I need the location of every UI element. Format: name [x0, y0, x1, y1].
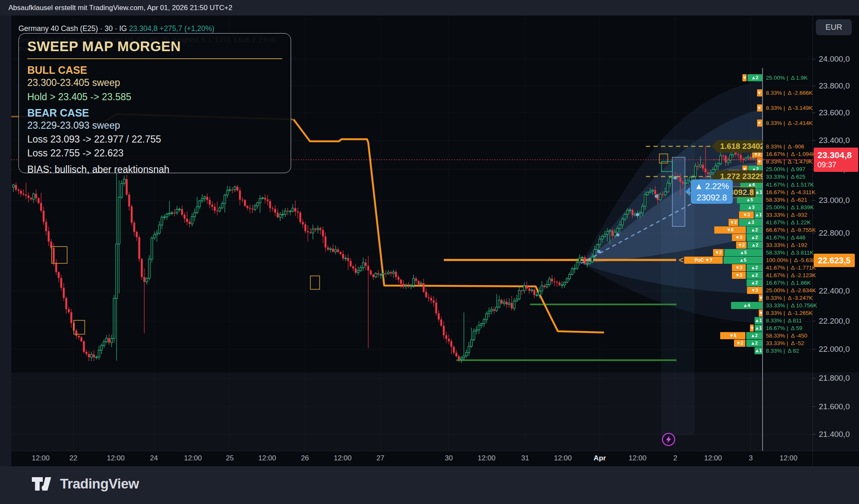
profile-row-poc: PoC ▼7▲5 100.00% | Δ -5.638K	[0, 257, 859, 264]
forecast-pct: ▲ 2.22%	[691, 181, 733, 192]
time-axis-label: 31	[521, 454, 529, 462]
bull-case-header: BULL CASE	[27, 64, 282, 76]
countdown-timer: 09:37	[817, 161, 858, 169]
currency-button[interactable]: EUR	[816, 19, 852, 35]
bull-hold-line: Hold > 23.405 -> 23.585	[27, 91, 282, 103]
profile-row-stats: 25.00% | Δ 1.9K	[766, 74, 808, 81]
down-count-badge: ▼1	[750, 325, 754, 332]
time-axis-label: 12:00	[554, 454, 572, 462]
profile-row-stats: 25.00% | Δ 1.839K	[766, 204, 814, 211]
last-price-value: 23.304,8	[817, 150, 858, 160]
tradingview-share-card: Absaufklausel erstellt mit TradingView.c…	[0, 0, 859, 504]
up-count-badge: ▲2	[747, 234, 762, 241]
current-price-dotted-line	[709, 159, 812, 160]
bear-loss-line-2: Loss 22.755 -> 22.623	[27, 148, 282, 159]
up-count-badge: ▲4	[731, 302, 762, 309]
share-title-bar: Absaufklausel erstellt mit TradingView.c…	[0, 0, 859, 16]
profile-row-stats: 25.00% | Δ -2.634K	[766, 287, 816, 294]
profile-row: ▲1 8.33% | Δ 82	[0, 347, 859, 354]
last-price-text: 23.304,8	[129, 24, 158, 33]
profile-row-stats: 8.33% | Δ -1.265K	[766, 309, 813, 317]
profile-row: ▼2▲2 33.33% | Δ -192	[0, 242, 859, 249]
down-count-badge: ▼2	[736, 242, 747, 249]
time-axis-label: 27	[377, 454, 385, 462]
up-count-badge: ▲2	[747, 264, 762, 271]
time-axis-label: 12:00	[704, 454, 722, 462]
profile-row-stats: 33.33% | Δ -52	[766, 340, 804, 347]
profile-row-stats: 58.33% | Δ -450	[766, 332, 807, 339]
price-axis-label: 21.400,0	[819, 430, 850, 439]
down-count-badge: ▼3	[732, 264, 746, 271]
time-axis-label: 12:00	[478, 454, 496, 462]
up-count-badge: ▲1	[755, 347, 762, 354]
bull-sweep-line: 23.300-23.405 sweep	[27, 77, 282, 88]
up-count-badge: ▲5	[724, 257, 762, 264]
time-axis-label: 24	[150, 454, 158, 462]
up-count-badge: ▲2	[747, 226, 762, 234]
up-count-badge: ▲3	[740, 204, 762, 211]
bear-sweep-line: 23.229-23.093 sweep	[27, 120, 282, 131]
down-count-badge: PoC ▼7	[684, 257, 723, 264]
tradingview-wordmark: TradingView	[60, 476, 139, 492]
symbol-row[interactable]: Germany 40 Cash (E25) · 30 · IG 23.304,8…	[18, 24, 276, 33]
profile-row: ▼1 8.33% | Δ -3.247K	[0, 294, 859, 301]
profile-row: ▼1 8.33% | Δ -1.265K	[0, 309, 859, 317]
sweep-panel-title: SWEEP MAP MORGEN	[27, 39, 282, 59]
profile-row-stats: 33.33% | Δ -192	[766, 242, 807, 249]
profile-row-stats: 41.67% | Δ 446	[766, 234, 805, 241]
price-axis-label: 24.000,0	[819, 55, 850, 64]
profile-row: ▼1▲1 16.67% | Δ 59	[0, 325, 859, 332]
profile-row-stats: 41.67% | Δ 1.22K	[766, 219, 811, 226]
up-count-badge: ▲1	[755, 325, 762, 332]
time-axis-label: 2	[673, 454, 677, 462]
down-count-badge: ▼1	[757, 120, 762, 127]
change-text: +275,7 (+1,20%)	[160, 24, 214, 33]
time-axis-label: 26	[301, 454, 309, 462]
time-axis-label: 30	[445, 454, 453, 462]
down-count-badge: ▼1	[757, 104, 762, 112]
profile-row: ▼5▲2 58.33% | Δ -450	[0, 332, 859, 339]
forecast-callout[interactable]: ▲ 2.22% 23092.8	[691, 179, 733, 204]
lightning-button[interactable]	[660, 431, 677, 448]
share-title-text: Absaufklausel erstellt mit TradingView.c…	[8, 4, 232, 12]
profile-row-stats: 66.67% | Δ -9.755K	[766, 226, 816, 234]
profile-row: ▲1 8.33% | Δ 811	[0, 317, 859, 324]
profile-row: ▼2▲3 41.67% | Δ 1.22K	[0, 219, 859, 226]
up-count-badge: ▲2	[747, 74, 762, 81]
profile-row-stats: 100.00% | Δ -5.638K	[766, 257, 819, 264]
profile-row-stats: 16.67% | Δ 1.86K	[766, 279, 811, 286]
time-axis-label: Apr	[593, 454, 606, 462]
down-count-badge: ▼1	[742, 74, 747, 81]
profile-row-stats: 41.67% | Δ -1.771K	[766, 264, 816, 271]
profile-row: ▼3 25.00% | Δ -2.634K	[0, 287, 859, 294]
profile-row-stats: 25.00% | Δ 997	[766, 166, 805, 173]
down-count-badge: ▼2	[734, 340, 745, 347]
time-axis-separator	[11, 451, 859, 451]
last-price-badge: 23.304,8 09:37	[814, 148, 858, 172]
profile-row: ▲2 16.67% | Δ 1.86K	[0, 279, 859, 286]
profile-row: ▲4 33.33% | Δ 10.756K	[0, 302, 859, 309]
profile-row: ▼3▲2 41.67% | Δ -1.771K	[0, 264, 859, 271]
up-count-badge: ▲1	[755, 211, 762, 218]
up-count-badge: ▲2	[747, 279, 762, 286]
profile-row-stats: 16.67% | Δ 59	[766, 325, 802, 332]
tradingview-logo-icon	[31, 475, 53, 492]
time-axis-label: 12:00	[107, 454, 125, 462]
down-count-badge: ▼1	[759, 309, 762, 317]
profile-row: ▲3 25.00% | Δ 1.839K	[0, 204, 859, 211]
footer-bar: TradingView	[0, 466, 859, 504]
profile-row-stats: 8.33% | Δ -2.666K	[766, 89, 813, 96]
profile-row-stats: 58.33% | Δ -621	[766, 196, 807, 203]
bear-loss-line-1: Loss 23.093 -> 22.977 / 22.755	[27, 134, 282, 145]
tradingview-brand-link[interactable]: TradingView	[31, 475, 139, 492]
up-count-badge: ▲2	[746, 340, 762, 347]
time-axis-label: 3	[749, 454, 752, 462]
time-axis-label: 12:00	[780, 454, 798, 462]
profile-row-stats: 33.33% | Δ 10.756K	[766, 302, 817, 309]
profile-row: ▼3▲2 41.67% | Δ 446	[0, 234, 859, 241]
down-count-badge: ▼3	[747, 287, 762, 294]
down-count-badge: ▼2	[713, 249, 724, 256]
profile-row: ▼3▲1 33.33% | Δ -932	[0, 211, 859, 218]
down-count-badge: ▼6	[714, 226, 746, 234]
time-axis-label: 12:00	[32, 454, 50, 462]
